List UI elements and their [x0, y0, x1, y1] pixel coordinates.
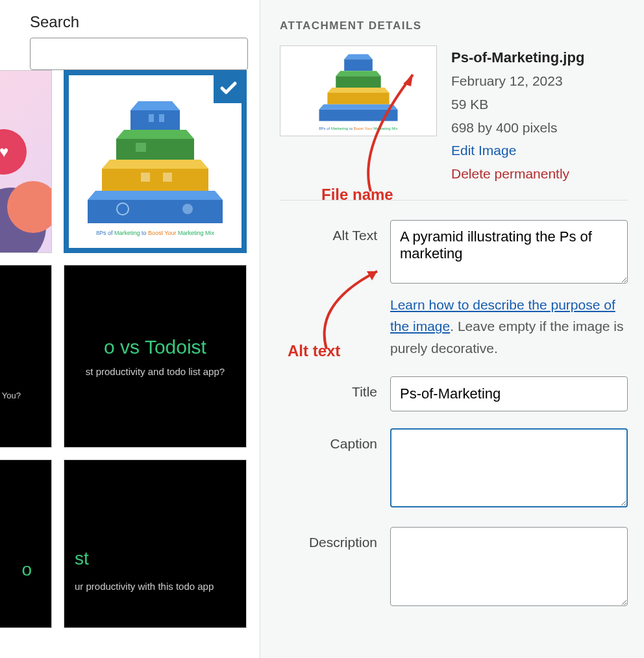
- media-thumbnail[interactable]: o: [0, 459, 52, 628]
- svg-marker-4: [102, 160, 208, 169]
- svg-marker-2: [116, 130, 194, 139]
- svg-marker-1: [130, 110, 180, 130]
- thumbnail-caption: 8Ps of Marketing to Boost Your Marketing…: [69, 230, 242, 236]
- delete-permanently-link[interactable]: Delete permanently: [451, 162, 628, 186]
- attachment-filesize: 59 KB: [451, 93, 628, 116]
- svg-marker-17: [336, 71, 380, 76]
- search-label: Search: [30, 13, 247, 31]
- svg-marker-3: [116, 139, 194, 160]
- attachment-dimensions: 698 by 400 pixels: [451, 116, 628, 140]
- svg-marker-19: [327, 88, 389, 93]
- svg-marker-7: [88, 200, 223, 223]
- attachment-filename: Ps-of-Marketing.jpg: [451, 45, 628, 69]
- svg-marker-5: [102, 169, 208, 191]
- media-thumbnail[interactable]: r You?: [0, 265, 52, 448]
- title-input[interactable]: [390, 376, 628, 411]
- media-thumbnail[interactable]: o vs Todoist st productivity and todo li…: [64, 265, 247, 448]
- attachment-date: February 12, 2023: [451, 69, 628, 93]
- alt-text-label: Alt Text: [280, 220, 390, 243]
- svg-marker-15: [344, 54, 373, 59]
- svg-marker-0: [130, 101, 180, 110]
- alt-text-input[interactable]: [390, 220, 628, 284]
- svg-rect-12: [163, 173, 172, 182]
- svg-marker-20: [327, 93, 389, 104]
- description-input[interactable]: [390, 527, 628, 606]
- search-input[interactable]: [30, 38, 248, 70]
- attachment-details-heading: ATTACHMENT DETAILS: [280, 19, 628, 32]
- media-thumbnail[interactable]: st ur productivity with this todo app: [64, 459, 247, 628]
- media-thumbnail[interactable]: [0, 70, 52, 253]
- selected-check-icon: [213, 73, 244, 104]
- media-thumbnail-selected[interactable]: 8Ps of Marketing to Boost Your Marketing…: [64, 70, 247, 253]
- edit-image-link[interactable]: Edit Image: [451, 139, 628, 162]
- svg-rect-10: [136, 143, 146, 152]
- svg-rect-11: [141, 173, 150, 182]
- svg-marker-22: [319, 110, 398, 121]
- alt-text-help: Learn how to describe the purpose of the…: [390, 294, 628, 359]
- title-label: Title: [280, 376, 390, 400]
- svg-rect-9: [159, 114, 164, 122]
- svg-point-14: [182, 204, 193, 214]
- svg-marker-16: [344, 59, 373, 71]
- svg-marker-21: [319, 104, 398, 110]
- pyramid-icon: [280, 50, 436, 123]
- detail-preview-thumbnail[interactable]: 8Ps of Marketing to Boost Your Marketing…: [280, 45, 437, 136]
- thumbnail-caption: 8Ps of Marketing to Boost Your Marketing…: [280, 127, 436, 130]
- svg-marker-18: [336, 76, 380, 88]
- caption-input[interactable]: [390, 428, 628, 507]
- description-label: Description: [280, 527, 390, 550]
- svg-rect-8: [149, 114, 154, 122]
- pyramid-icon: [69, 88, 242, 225]
- svg-marker-6: [88, 191, 223, 200]
- caption-label: Caption: [280, 428, 390, 452]
